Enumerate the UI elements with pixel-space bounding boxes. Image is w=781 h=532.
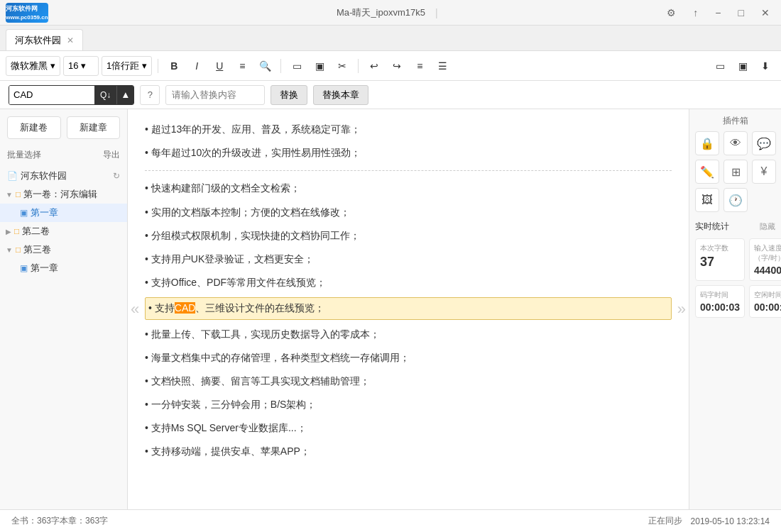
expand-icon: ▶ [6,228,11,235]
align-btn[interactable]: ≡ [410,56,430,76]
extra-btn-1[interactable]: ▭ [710,56,730,76]
indent-btn[interactable]: ☰ [432,56,452,76]
app-logo: 河东软件网www.pc0359.cn [6,3,48,23]
idle-time-value: 00:00:35 [754,301,781,313]
title-bar-right: ⚙ ↑ − □ ✕ [661,4,775,21]
yen-icon-btn[interactable]: ¥ [752,160,776,184]
plugin-box-title: 插件箱 [695,115,775,127]
title-separator: | [435,7,438,18]
new-chapter-btn[interactable]: 新建章 [67,116,121,139]
view-icon-btn[interactable]: 👁 [723,131,748,155]
replace-input[interactable] [165,85,265,105]
toolbar: 微软雅黑 ▾ 16 ▾ 1倍行距 ▾ B I U ≡ 🔍 ▭ ▣ ✂ ↩ ↪ ≡… [0,51,781,81]
typing-speed-value: 44400 [754,265,781,276]
minimize-btn[interactable]: − [709,4,726,21]
strikethrough-btn[interactable]: ≡ [232,56,252,76]
chat-icon-btn[interactable]: 💬 [752,131,776,155]
title-bar: 河东软件网www.pc0359.cn Ma-晴天_ipoxvm17k5 | ⚙ … [0,0,781,26]
extra-btn-2[interactable]: ▣ [733,56,753,76]
sidebar-item-chapter1-v3[interactable]: ▣ 第一章 [0,259,127,277]
prev-page-btn[interactable]: « [131,300,139,318]
grid-icon-btn[interactable]: ⊞ [723,160,748,184]
right-nav: » [677,300,686,318]
clock-icon-btn[interactable]: 🕐 [723,188,748,212]
image-icon-btn[interactable]: 🖼 [695,188,719,212]
font-size-select[interactable]: 16 ▾ [63,56,99,76]
search-down-btn[interactable]: Q↓ [94,85,116,105]
search-btn-group: Q↓ ▲ [94,85,133,105]
export-btn[interactable]: 导出 [103,149,120,161]
folder-icon: □ [16,189,21,199]
sidebar: 新建卷 新建章 批量选择 导出 📄 河东软件园 ↻ ▼ □ 第一卷：河东编辑 ▣… [0,109,128,509]
table-btn[interactable]: ▭ [287,56,307,76]
expand-icon: ▼ [6,191,13,199]
chevron-down-icon: ▾ [81,60,86,71]
lock-icon-btn[interactable]: 🔒 [695,131,719,155]
undo-btn[interactable]: ↩ [364,56,384,76]
search-input-wrap: Q↓ ▲ [9,85,134,105]
scissors-btn[interactable]: ✂ [332,56,352,76]
expand-icon: ▼ [6,246,13,254]
sidebar-item-chapter1[interactable]: ▣ 第一章 [0,204,127,222]
sidebar-tools: 批量选择 导出 [0,146,127,164]
sidebar-item-workspace[interactable]: 📄 河东软件园 ↻ [0,167,127,185]
typing-time-stat: 码字时间 00:00:03 [695,285,745,318]
pencil-icon-btn[interactable]: ✏️ [695,160,719,184]
content-line-6: • 支持用户UK登录验证，文档更安全； [145,250,672,268]
share-btn[interactable]: ↑ [687,4,704,21]
next-page-btn[interactable]: » [677,300,686,318]
font-family-select[interactable]: 微软雅黑 ▾ [6,56,60,76]
content-text: • 超过13年的开发、应用、普及，系统稳定可靠； • 每年超过10次的升级改进，… [145,121,672,461]
separator-1 [158,59,158,73]
sidebar-item-volume2[interactable]: ▶ □ 第二卷 [0,222,127,240]
italic-btn[interactable]: I [187,56,207,76]
content-line-4: • 实用的文档版本控制；方便的文档在线修改； [145,204,672,221]
batch-select-btn[interactable]: 批量选择 [7,149,41,161]
maximize-btn[interactable]: □ [733,4,750,21]
search-up-btn[interactable]: ▲ [116,85,133,105]
volume3-label: 第三卷 [23,243,51,256]
close-btn[interactable]: ✕ [755,4,775,21]
title-text: Ma-晴天_ipoxvm17k5 [337,6,425,19]
typing-time-value: 00:00:03 [700,301,740,313]
help-btn[interactable]: ? [140,85,160,105]
line-spacing-select[interactable]: 1倍行距 ▾ [102,56,152,76]
chevron-down-icon: ▾ [142,60,147,71]
folder-icon: □ [14,226,19,236]
datetime: 2019-05-10 13:23:14 [691,516,770,526]
plugin-icons-grid: 🔒 👁 💬 ✏️ ⊞ ¥ 🖼 🕐 [695,131,775,212]
main-tab[interactable]: 河东软件园 ✕ [6,29,83,50]
folder-icon: □ [16,245,21,255]
sidebar-item-volume3[interactable]: ▼ □ 第三卷 [0,240,127,259]
workspace-icon: 📄 [7,171,18,181]
search-toolbar-btn[interactable]: 🔍 [255,56,275,76]
content-line-3: • 快速构建部门级的文档全文检索； [145,179,672,197]
replace-all-btn[interactable]: 替换本章 [313,85,368,105]
content-area[interactable]: • 超过13年的开发、应用、普及，系统稳定可靠； • 每年超过10次的升级改进，… [128,109,689,509]
redo-btn[interactable]: ↪ [387,56,407,76]
right-panel: 插件箱 🔒 👁 💬 ✏️ ⊞ ¥ 🖼 🕐 实时统计 隐藏 本次字数 37 [689,109,781,509]
extra-btn-3[interactable]: ⬇ [755,56,775,76]
underline-btn[interactable]: U [209,56,229,76]
highlighted-cad: CAD [175,302,196,314]
sidebar-item-volume1[interactable]: ▼ □ 第一卷：河东编辑 [0,185,127,204]
sidebar-tree: 📄 河东软件园 ↻ ▼ □ 第一卷：河东编辑 ▣ 第一章 ▶ □ 第二卷 ▼ □ [0,164,127,509]
chapter-words: 本章：363字 [60,515,108,527]
typing-time-label: 码字时间 [700,290,740,300]
content-line-14: • 支持移动端，提供安卓、苹果APP； [145,443,672,460]
workspace-label: 河东软件园 [21,170,67,182]
bold-btn[interactable]: B [164,56,184,76]
tab-label: 河东软件园 [15,34,61,47]
image-btn[interactable]: ▣ [310,56,329,76]
volume2-label: 第二卷 [22,225,50,238]
replace-btn[interactable]: 替换 [271,85,307,105]
refresh-icon[interactable]: ↻ [113,171,120,181]
new-volume-btn[interactable]: 新建卷 [7,116,61,139]
hide-stats-btn[interactable]: 隐藏 [760,221,775,232]
total-words: 全书：363字 [11,515,60,527]
tab-close-btn[interactable]: ✕ [67,35,74,45]
chapter1-label: 第一章 [31,206,58,219]
search-input[interactable] [9,86,94,104]
divider [145,170,672,171]
settings-btn[interactable]: ⚙ [661,4,682,21]
